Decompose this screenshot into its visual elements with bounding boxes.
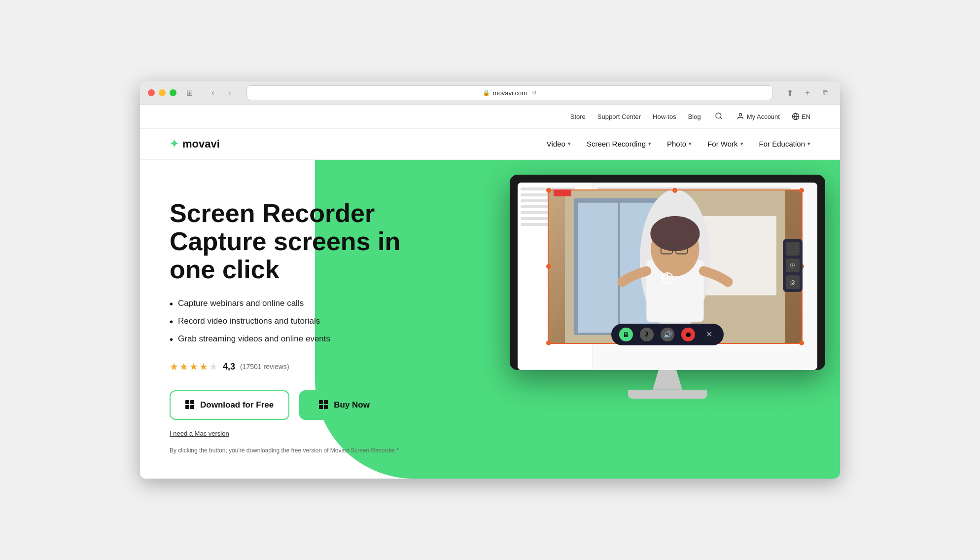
tabs-button[interactable]: ⧉ [818,86,832,100]
browser-actions: ⬆ + ⧉ [783,86,832,100]
utility-nav-store[interactable]: Store [570,113,586,120]
utility-nav-blog[interactable]: Blog [688,113,701,120]
nav-for-education-label: For Education [759,140,805,148]
chevron-down-icon: ▾ [568,141,571,147]
new-tab-button[interactable]: + [801,86,814,100]
rec-tool-screen[interactable]: 🖥 [619,328,633,341]
hero-feature-3: Grab streaming videos and online events [170,334,446,345]
nav-for-work[interactable]: For Work ▾ [707,140,743,148]
buy-label: Buy Now [334,400,370,410]
crosshair-icon [662,272,673,284]
main-nav: ✦ movavi Video ▾ Screen Recording ▾ Phot… [140,129,840,160]
website: Store Support Center How-tos Blog My Acc… [140,105,840,479]
nav-screen-recording[interactable]: Screen Recording ▾ [587,140,651,148]
hero-visual: ⬛ ☉ ◎ 🖥 🎙 🔊 ⏺ ✕ [510,175,825,399]
nav-photo[interactable]: Photo ▾ [667,140,692,148]
star-4: ★ [199,361,208,373]
nav-screen-recording-label: Screen Recording [587,140,646,148]
hero-title: Screen Recorder Capture screens in one c… [170,199,446,284]
monitor-stand-neck [653,370,682,390]
star-5: ★ [209,361,218,373]
cta-buttons: Download for Free Buy Now [170,390,446,420]
hero-title-line2: Capture screens in one click [170,227,446,284]
nav-video-label: Video [547,140,565,148]
hero-section: Screen Recorder Capture screens in one c… [140,160,840,479]
nav-for-education[interactable]: For Education ▾ [759,140,810,148]
logo[interactable]: ✦ movavi [170,138,220,150]
logo-text: movavi [182,138,220,150]
nav-for-work-label: For Work [707,140,737,148]
star-rating: ★ ★ ★ ★ ★ [170,361,218,373]
nav-photo-label: Photo [667,140,686,148]
side-tool-1[interactable]: ⬛ [786,242,800,256]
browser-titlebar: ⊞ ‹ › 🔒 movavi.com ↺ ⬆ + ⧉ [140,81,840,105]
windows-icon-buy [319,400,329,410]
star-3: ★ [189,361,198,373]
logo-icon: ✦ [170,138,178,150]
chevron-down-icon: ▾ [689,141,692,147]
disclaimer-text: By clicking the button, you're downloadi… [170,447,446,454]
my-account-button[interactable]: My Account [736,112,780,120]
hero-content: Screen Recorder Capture screens in one c… [170,189,446,454]
rec-indicator [554,189,571,196]
browser-window: ⊞ ‹ › 🔒 movavi.com ↺ ⬆ + ⧉ Store Support… [140,81,840,479]
star-1: ★ [170,361,178,373]
url-text: movavi.com [493,89,527,97]
chevron-down-icon: ▾ [807,141,810,147]
windows-icon [185,400,195,410]
forward-button[interactable]: › [223,86,237,100]
close-button[interactable] [148,89,155,96]
monitor: ⬛ ☉ ◎ 🖥 🎙 🔊 ⏺ ✕ [510,175,825,370]
mac-version-link[interactable]: I need a Mac version [170,430,446,437]
nav-video[interactable]: Video ▾ [547,140,571,148]
rating-count: (17501 reviews) [240,363,289,371]
download-button[interactable]: Download for Free [170,390,289,420]
chevron-down-icon: ▾ [740,141,743,147]
address-bar[interactable]: 🔒 movavi.com ↺ [246,85,773,100]
side-tool-2[interactable]: ☉ [786,259,800,272]
security-icon: 🔒 [483,89,490,96]
rec-tool-audio[interactable]: 🔊 [661,328,674,341]
svg-line-1 [720,117,722,119]
crosshair-lines [662,272,673,284]
hero-title-line1: Screen Recorder [170,199,446,227]
utility-nav-howtos[interactable]: How-tos [653,113,676,120]
search-button[interactable] [713,110,725,123]
share-button[interactable]: ⬆ [783,86,797,100]
maximize-button[interactable] [170,89,176,96]
nav-items: Video ▾ Screen Recording ▾ Photo ▾ For W… [547,140,810,148]
hero-feature-2: Record video instructions and tutorials [170,316,446,327]
language-selector[interactable]: EN [792,112,810,120]
svg-rect-8 [578,203,618,333]
sidebar-toggle-button[interactable]: ⊞ [182,86,196,100]
back-button[interactable]: ‹ [206,86,220,100]
monitor-screen: ⬛ ☉ ◎ 🖥 🎙 🔊 ⏺ ✕ [518,183,817,370]
rec-tool-record[interactable]: ⏺ [681,328,695,341]
hero-features-list: Capture webinars and online calls Record… [170,299,446,345]
person-image [548,189,803,344]
rating-row: ★ ★ ★ ★ ★ 4,3 (17501 reviews) [170,361,446,373]
star-2: ★ [179,361,188,373]
monitor-stand-base [628,390,707,399]
browser-nav: ‹ › [206,86,237,100]
buy-button[interactable]: Buy Now [299,390,389,420]
hero-feature-1: Capture webinars and online calls [170,299,446,309]
traffic-lights [148,89,176,96]
side-tool-3[interactable]: ◎ [786,275,800,289]
svg-point-14 [650,216,700,251]
my-account-label: My Account [747,113,780,120]
minimize-button[interactable] [159,89,166,96]
side-toolbar: ⬛ ☉ ◎ [783,239,803,292]
svg-point-0 [716,113,721,118]
utility-nav-support[interactable]: Support Center [597,113,641,120]
reload-button[interactable]: ↺ [532,89,537,96]
rating-value: 4,3 [223,362,235,372]
rec-tool-close[interactable]: ✕ [702,328,716,341]
utility-bar: Store Support Center How-tos Blog My Acc… [140,105,840,129]
download-label: Download for Free [200,400,274,410]
rec-tool-mic[interactable]: 🎙 [640,328,654,341]
recording-toolbar: 🖥 🎙 🔊 ⏺ ✕ [611,324,724,345]
chevron-down-icon: ▾ [648,141,651,147]
svg-point-2 [739,113,741,116]
lang-label: EN [802,113,810,120]
